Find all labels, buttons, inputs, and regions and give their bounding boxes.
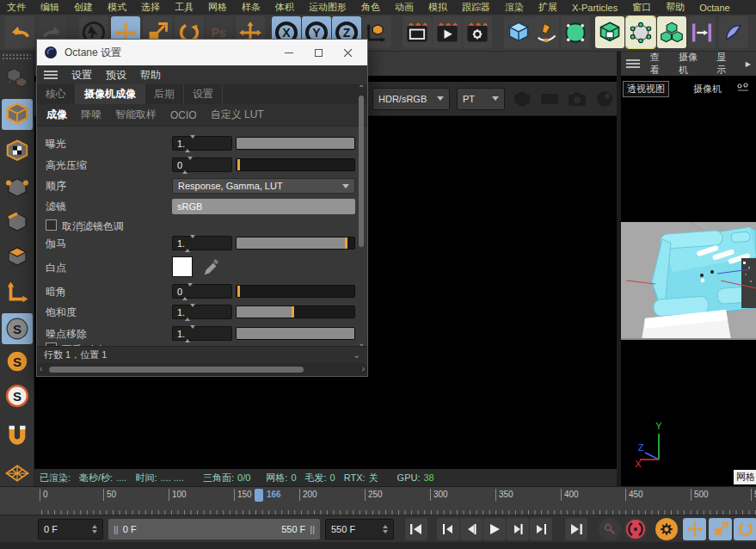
menu-simulate[interactable]: 模拟 bbox=[428, 1, 447, 14]
autokey-button[interactable] bbox=[624, 518, 647, 540]
gamma-slider[interactable] bbox=[236, 237, 355, 250]
position-record-button[interactable] bbox=[683, 518, 706, 540]
snap-orange-button[interactable]: S bbox=[2, 346, 33, 377]
highlight-compression-input[interactable]: 0 bbox=[172, 157, 232, 172]
dialog-menu-presets[interactable]: 预设 bbox=[106, 68, 126, 83]
menu-mograph[interactable]: 运动图形 bbox=[309, 1, 347, 14]
menu-mesh[interactable]: 网格 bbox=[208, 1, 227, 14]
colorspace-dropdown[interactable]: HDR/sRGB bbox=[372, 88, 450, 110]
render-settings-button[interactable] bbox=[463, 16, 492, 48]
order-dropdown[interactable]: Response, Gamma, LUT bbox=[172, 178, 355, 194]
vignetting-slider[interactable] bbox=[236, 285, 355, 298]
menu-select[interactable]: 选择 bbox=[141, 1, 160, 14]
hamburger-icon[interactable] bbox=[44, 71, 58, 79]
tab-settings[interactable]: 设置 bbox=[184, 84, 223, 104]
spinner-arrows-icon[interactable] bbox=[185, 238, 195, 249]
highlight-compression-slider[interactable] bbox=[236, 158, 355, 171]
magnet-snap-button[interactable] bbox=[2, 420, 33, 451]
timeline-ruler[interactable]: 0 50 100 150 200 250 300 350 400 450 500… bbox=[0, 486, 756, 515]
model-mode-button[interactable] bbox=[2, 99, 33, 130]
next-key-button[interactable] bbox=[530, 518, 552, 540]
snap-disabled-button[interactable]: S bbox=[2, 313, 33, 344]
undo-button[interactable] bbox=[5, 16, 34, 48]
response-field[interactable]: sRGB bbox=[172, 199, 355, 214]
menu-animate[interactable]: 动画 bbox=[395, 1, 414, 14]
horizontal-scroll-thumb[interactable] bbox=[49, 367, 304, 373]
play-button[interactable] bbox=[483, 518, 506, 540]
hamburger-icon[interactable] bbox=[626, 59, 640, 68]
saturation-slider[interactable] bbox=[236, 305, 355, 318]
menu-tools[interactable]: 工具 bbox=[175, 1, 194, 14]
toolbar-grip[interactable] bbox=[2, 53, 31, 61]
menu-volume[interactable]: 体积 bbox=[275, 1, 294, 14]
rotation-record-button[interactable] bbox=[734, 518, 756, 540]
white-point-swatch[interactable] bbox=[172, 256, 193, 277]
menu-spline[interactable]: 样条 bbox=[242, 1, 261, 14]
spinner-arrows-icon[interactable] bbox=[182, 287, 193, 297]
render-ball-icon[interactable] bbox=[594, 90, 615, 108]
viewport-menu-display[interactable]: 显示 bbox=[716, 51, 734, 77]
menu-file[interactable]: 文件 bbox=[7, 1, 26, 14]
viewport-options-icon[interactable] bbox=[735, 83, 751, 93]
spinner-arrows-icon[interactable] bbox=[185, 139, 195, 149]
menu-edit[interactable]: 编辑 bbox=[40, 1, 59, 14]
vertical-scroll-thumb[interactable] bbox=[359, 96, 364, 247]
exposure-input[interactable]: 1. bbox=[172, 136, 232, 151]
spinner-arrows-icon[interactable] bbox=[185, 329, 195, 339]
goto-end-button[interactable] bbox=[565, 518, 587, 540]
keyframe-settings-button[interactable] bbox=[655, 518, 678, 540]
next-frame-button[interactable] bbox=[507, 518, 529, 540]
render-view-button[interactable] bbox=[403, 16, 432, 48]
workplane-button[interactable] bbox=[2, 458, 33, 489]
scale-record-button[interactable] bbox=[709, 518, 732, 540]
boolean-button[interactable] bbox=[595, 16, 624, 48]
spinner-arrows-icon[interactable] bbox=[185, 307, 195, 318]
scroll-up-icon[interactable]: ⌃ bbox=[358, 83, 365, 93]
rendered-model-view[interactable] bbox=[621, 222, 756, 340]
tab-camera-imager[interactable]: 摄像机成像 bbox=[76, 84, 145, 104]
vignetting-input[interactable]: 0 bbox=[172, 284, 232, 299]
add-spline-button[interactable] bbox=[533, 16, 559, 48]
spinner-arrows-icon[interactable] bbox=[378, 525, 388, 534]
texture-mode-button[interactable] bbox=[2, 136, 33, 167]
prev-key-button[interactable] bbox=[437, 518, 459, 540]
menu-tracker[interactable]: 跟踪器 bbox=[462, 1, 490, 14]
subtab-custom-lut[interactable]: 自定义 LUT bbox=[205, 108, 270, 122]
menu-xparticles[interactable]: X-Particles bbox=[572, 3, 618, 13]
render-to-viewer-button[interactable] bbox=[433, 16, 462, 48]
scroll-left-icon[interactable]: ‹ bbox=[40, 364, 42, 373]
minimize-button[interactable] bbox=[276, 42, 302, 63]
make-editable-button[interactable] bbox=[2, 63, 33, 94]
dialog-titlebar[interactable]: Octane 设置 bbox=[37, 40, 367, 65]
menu-overflow-arrow[interactable]: ▶ bbox=[746, 60, 751, 68]
menu-character[interactable]: 角色 bbox=[361, 1, 380, 14]
kernel-dropdown[interactable]: PT bbox=[457, 88, 505, 110]
material-preview-icon[interactable] bbox=[512, 90, 532, 108]
scroll-right-icon[interactable]: › bbox=[362, 364, 365, 373]
goto-start-button[interactable] bbox=[405, 518, 427, 540]
menu-window[interactable]: 窗口 bbox=[632, 1, 651, 14]
tab-post[interactable]: 后期 bbox=[145, 84, 184, 104]
edges-mode-button[interactable] bbox=[2, 207, 33, 237]
dialog-menu-help[interactable]: 帮助 bbox=[140, 68, 161, 83]
snap-white-button[interactable]: S bbox=[2, 380, 33, 411]
denoise-input[interactable]: 1. bbox=[172, 326, 232, 341]
subtab-imager[interactable]: 成像 bbox=[40, 108, 73, 122]
menu-render[interactable]: 渲染 bbox=[505, 1, 524, 14]
subtab-ai-sampling[interactable]: 智能取样 bbox=[109, 108, 163, 122]
menu-extensions[interactable]: 扩展 bbox=[538, 1, 557, 14]
vertical-scrollbar[interactable]: ⌃ ⌄ bbox=[356, 85, 366, 346]
viewport-menu-camera[interactable]: 摄像机 bbox=[679, 51, 706, 77]
close-button[interactable] bbox=[335, 42, 360, 63]
volume-builder-button[interactable] bbox=[626, 16, 655, 48]
viewport-menu-view[interactable]: 查看 bbox=[650, 51, 668, 77]
array-generator-button[interactable] bbox=[657, 16, 686, 48]
maximize-button[interactable] bbox=[305, 42, 331, 63]
chevron-down-icon[interactable]: ⌄ bbox=[353, 350, 360, 360]
start-frame-input[interactable]: 0 F bbox=[38, 519, 103, 540]
neutral-response-checkbox[interactable] bbox=[46, 219, 57, 231]
prev-frame-button[interactable] bbox=[460, 518, 482, 540]
end-frame-input[interactable]: 550 F bbox=[325, 519, 394, 540]
scroll-down-icon[interactable]: ⌄ bbox=[358, 338, 365, 348]
exposure-slider[interactable] bbox=[236, 137, 355, 150]
